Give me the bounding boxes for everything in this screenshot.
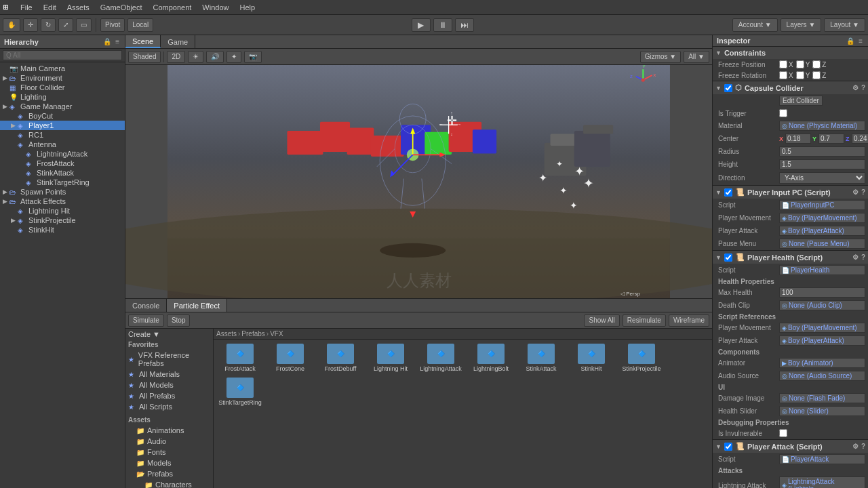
is-invulnerable-check[interactable] <box>779 429 787 437</box>
layout-btn[interactable]: Layout ▼ <box>824 18 865 32</box>
max-health-input[interactable] <box>779 287 865 298</box>
player-input-header[interactable]: ▼ 📜 Player Input PC (Script) ⚙ ? <box>713 186 868 199</box>
constraints-header[interactable]: ▼ Constraints <box>713 47 868 59</box>
ph-movement-field[interactable]: ◈ Boy (PlayerMovement) <box>779 323 865 333</box>
hierarchy-lock-btn[interactable]: 🔒 <box>102 38 113 45</box>
hierarchy-item-attack-effects[interactable]: ▶ 🗁 Attack Effects <box>0 197 125 206</box>
project-asset-animations[interactable]: 📁Animations <box>125 425 213 436</box>
hierarchy-item-floor-collider[interactable]: ▦ Floor Collider <box>0 83 125 92</box>
tab-console[interactable]: Console <box>125 299 167 312</box>
hierarchy-item-stink-projectile[interactable]: ▶ ◈ StinkProjectile <box>0 216 125 225</box>
stop-btn[interactable]: Stop <box>167 314 191 327</box>
direction-select[interactable]: Y-Axis X-Axis Z-Axis <box>779 172 865 184</box>
layers-btn[interactable]: Layers ▼ <box>781 18 822 32</box>
hierarchy-item-spawn-points[interactable]: ▶ 🗁 Spawn Points <box>0 187 125 197</box>
project-fav-all-models[interactable]: ★All Models <box>125 380 213 390</box>
account-btn[interactable]: Account ▼ <box>732 18 778 32</box>
pa-script-field[interactable]: 📄 PlayerAttack <box>779 454 865 464</box>
player-attack-header[interactable]: ▼ 📜 Player Attack (Script) ⚙ ? <box>713 440 868 453</box>
pause-btn[interactable]: ⏸ <box>433 18 452 32</box>
project-create-btn[interactable]: Create ▼ <box>125 329 213 340</box>
project-fav-all-materials[interactable]: ★All Materials <box>125 369 213 380</box>
project-file-frost-attack[interactable]: 🔷 FrostAttack <box>216 342 264 373</box>
project-asset-models[interactable]: 📁Models <box>125 458 213 468</box>
capsule-collider-header[interactable]: ▼ ⬡ Capsule Collider ⚙ ? <box>713 81 868 94</box>
project-asset-fonts[interactable]: 📁Fonts <box>125 447 213 458</box>
hierarchy-item-antenna[interactable]: ◈ Antenna <box>0 140 125 149</box>
player-input-enable-check[interactable] <box>724 188 732 197</box>
hierarchy-item-game-manager[interactable]: ▶ ◈ Game Manager <box>0 102 125 111</box>
shading-btn[interactable]: Shaded <box>128 51 161 63</box>
hierarchy-item-environment[interactable]: ▶ 🗁 Environment <box>0 73 125 83</box>
hierarchy-item-frost-attack[interactable]: ◈ FrostAttack <box>0 159 125 168</box>
ph-animator-field[interactable]: ▶ Boy (Animator) <box>779 358 865 368</box>
project-file-frost-cone[interactable]: 🔷 FrostCone <box>267 342 314 373</box>
pi-movement-field[interactable]: ◈ Boy (PlayerMovement) <box>779 213 865 223</box>
player-attack-enable-check[interactable] <box>724 443 732 451</box>
pi-attack-field[interactable]: ◈ Boy (PlayerAttack) <box>779 226 865 236</box>
rotate-tool-btn[interactable]: ↻ <box>41 18 56 32</box>
all-btn[interactable]: All ▼ <box>684 51 709 63</box>
freeze-pos-x-check[interactable] <box>779 60 787 68</box>
audio-btn[interactable]: 🔊 <box>206 51 224 63</box>
tab-particle-effect[interactable]: Particle Effect <box>167 299 227 312</box>
inspector-menu-btn[interactable]: ≡ <box>857 37 864 45</box>
capsule-collider-enable-check[interactable] <box>724 84 732 92</box>
project-fav-all-prefabs[interactable]: ★All Prefabs <box>125 390 213 401</box>
hierarchy-menu-btn[interactable]: ≡ <box>114 38 121 45</box>
health-slider-field[interactable]: ◎ None (Slider) <box>779 406 865 416</box>
fx-btn[interactable]: ✦ <box>226 51 241 63</box>
rect-tool-btn[interactable]: ▭ <box>76 18 92 32</box>
center-x-input[interactable] <box>785 134 811 144</box>
tab-game[interactable]: Game <box>161 35 195 48</box>
project-asset-audio[interactable]: 📁Audio <box>125 436 213 447</box>
menu-gameobject[interactable]: GameObject <box>95 2 148 13</box>
hierarchy-search-input[interactable] <box>3 50 122 60</box>
project-file-lightning-bolt[interactable]: 🔷 LightningBolt <box>467 342 515 373</box>
menu-window[interactable]: Window <box>197 2 234 13</box>
scene-cam-btn[interactable]: 📷 <box>244 51 262 63</box>
height-input[interactable] <box>779 159 865 169</box>
hierarchy-item-stink-target-ring[interactable]: ◈ StinkTargetRing <box>0 178 125 187</box>
freeze-pos-z-check[interactable] <box>812 60 821 68</box>
hierarchy-item-player1[interactable]: ▶ ◈ Player1 <box>0 121 125 130</box>
project-file-stink-hit[interactable]: 🔷 StinkHit <box>568 342 615 373</box>
project-file-lightning-attack[interactable]: 🔷 LightningAttack <box>417 342 465 373</box>
edit-collider-btn[interactable]: Edit Collider <box>779 96 823 106</box>
hand-tool-btn[interactable]: ✋ <box>3 18 20 32</box>
center-z-input[interactable] <box>852 134 868 144</box>
project-file-lightning-hit[interactable]: 🔷 Lightning Hit <box>367 342 414 373</box>
menu-edit[interactable]: Edit <box>38 2 62 13</box>
2d-btn[interactable]: 2D <box>167 51 185 63</box>
freeze-rot-y-check[interactable] <box>796 71 804 79</box>
radius-input[interactable] <box>779 146 865 157</box>
project-fav-all-scripts[interactable]: ★All Scripts <box>125 401 213 412</box>
hierarchy-item-lightning-hit[interactable]: ◈ Lightning Hit <box>0 206 125 216</box>
hierarchy-item-lighting[interactable]: 💡 Lighting <box>0 92 125 102</box>
project-file-stink-projectile[interactable]: 🔷 StinkProjectile <box>618 342 665 373</box>
show-all-btn[interactable]: Show All <box>584 314 619 327</box>
project-file-stink-target-ring[interactable]: 🔷 StinkTargetRing <box>216 376 264 407</box>
gizmos-btn[interactable]: Gizmos ▼ <box>640 51 682 63</box>
lightning-attack-field[interactable]: ◈ LightningAttack (Lightnin... <box>779 476 865 488</box>
ph-script-field[interactable]: 📄 PlayerHealth <box>779 265 865 275</box>
simulate-btn[interactable]: Simulate <box>128 314 164 327</box>
step-btn[interactable]: ⏭ <box>455 18 474 32</box>
project-asset-prefabs[interactable]: 📂Prefabs <box>125 468 213 479</box>
menu-component[interactable]: Component <box>147 2 197 13</box>
resimulate-btn[interactable]: Resimulate <box>623 314 666 327</box>
hierarchy-item-lightning-attack[interactable]: ◈ LightningAttack <box>0 149 125 159</box>
damage-image-field[interactable]: ◎ None (Flash Fade) <box>779 393 865 403</box>
wireframe-btn[interactable]: Wireframe <box>669 314 709 327</box>
project-file-stink-attack[interactable]: 🔷 StinkAttack <box>517 342 565 373</box>
scale-tool-btn[interactable]: ⤢ <box>58 18 73 32</box>
death-clip-field[interactable]: ◎ None (Audio Clip) <box>779 300 865 310</box>
freeze-rot-z-check[interactable] <box>812 71 821 79</box>
hierarchy-item-rc1[interactable]: ◈ RC1 <box>0 130 125 140</box>
pi-pause-field[interactable]: ◎ None (Pause Menu) <box>779 239 865 249</box>
ph-audio-field[interactable]: ◎ None (Audio Source) <box>779 371 865 381</box>
material-field[interactable]: ◎ None (Physic Material) <box>779 121 865 131</box>
is-trigger-check[interactable] <box>779 109 787 117</box>
project-fav-vfx-ref[interactable]: ★VFX Reference Prefabs <box>125 350 213 369</box>
tab-scene[interactable]: Scene <box>125 35 161 48</box>
